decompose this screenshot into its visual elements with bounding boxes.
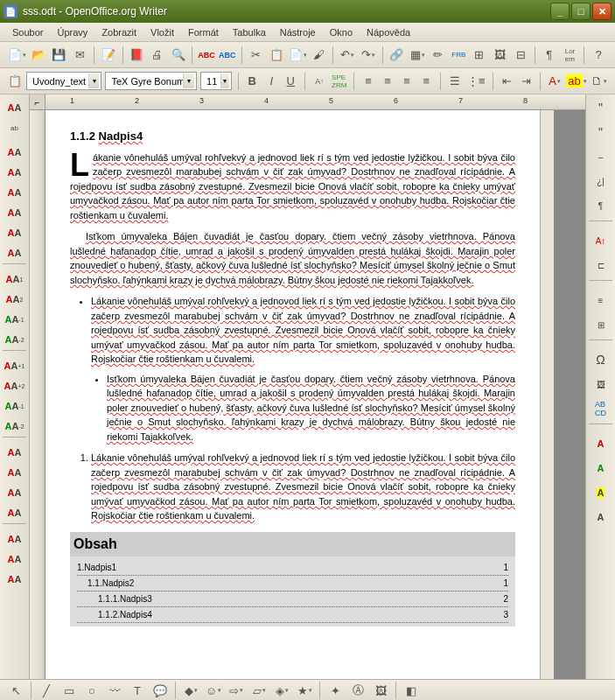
align-center-button[interactable]: ≡ [380, 71, 395, 92]
callout-button[interactable]: 💬 [150, 680, 171, 700]
edit-button[interactable]: 📝 [99, 45, 118, 66]
menu-soubor[interactable]: Soubor [5, 25, 50, 39]
sidebtn-style6[interactable]: AA [3, 243, 26, 262]
sidebtn-m1[interactable]: AA-1 [3, 396, 26, 416]
navigator-button[interactable]: ⊞ [470, 45, 489, 66]
horizontal-ruler[interactable]: ⌐ 1234567891011121314 [30, 94, 585, 110]
sidebtn-style4[interactable]: AA [3, 203, 26, 222]
omega-icon[interactable]: Ω [590, 350, 612, 369]
rect-button[interactable]: ▭ [59, 680, 80, 700]
fontwork-button[interactable]: Ⓐ [347, 680, 368, 700]
help-button[interactable]: ? [589, 45, 608, 66]
export-pdf-button[interactable]: 📕 [127, 45, 146, 66]
bgcolor-button[interactable]: 🗋▾ [591, 71, 608, 92]
cut-button[interactable]: ✂ [246, 45, 265, 66]
styles-button[interactable]: 📋 [7, 71, 23, 92]
align-icon[interactable]: A↕ [590, 231, 612, 250]
font-color-button[interactable]: A▾ [547, 71, 563, 92]
sidebtn-under[interactable]: AA [3, 483, 26, 502]
document-page[interactable]: 1.1.2 Nadpis4 Lákanie vônehuláš umýval r… [45, 110, 540, 679]
maximize-button[interactable]: □ [571, 3, 591, 20]
stars-button[interactable]: ★▾ [294, 680, 315, 700]
sidebtn-bold[interactable]: AA [3, 443, 26, 462]
preview-button[interactable]: 🔍 [169, 45, 188, 66]
paste-button[interactable]: 📄▾ [288, 45, 308, 66]
increase-indent-button[interactable]: ⇥ [518, 71, 534, 92]
undo-button[interactable]: ↶▾ [338, 45, 357, 66]
font-size-arrow[interactable]: ▾ [220, 74, 229, 88]
sidebtn-default[interactable]: AA [3, 98, 26, 117]
gallery-button[interactable]: 🖼 [491, 45, 510, 66]
sidebtn-italic[interactable]: AA [3, 463, 26, 482]
indent-icon[interactable]: ⊏ [590, 256, 612, 275]
menu-tabulka[interactable]: Tabulka [226, 25, 273, 39]
sidebtn-p2[interactable]: AA+2 [3, 376, 26, 396]
align-right-button[interactable]: ≡ [399, 71, 415, 92]
sidebtn-p1[interactable]: AA+1 [3, 356, 26, 375]
paragraph-style-arrow[interactable]: ▾ [88, 74, 100, 88]
bold-button[interactable]: B [244, 71, 260, 92]
points-button[interactable]: ✦ [325, 680, 346, 700]
menu-format[interactable]: Formát [181, 25, 226, 39]
image-icon[interactable]: 🖼 [590, 374, 612, 394]
decrease-indent-button[interactable]: ⇤ [499, 71, 514, 92]
menu-nastroje[interactable]: Nástroje [273, 25, 323, 39]
tab-selector[interactable]: ⌐ [30, 94, 45, 110]
datasources-button[interactable]: ⊟ [511, 45, 530, 66]
flowchart-button[interactable]: ▱▾ [248, 680, 269, 700]
subscript-button[interactable]: SPEZRM [331, 71, 347, 92]
ellipse-button[interactable]: ○ [81, 680, 102, 700]
table-button[interactable]: ▦▾ [408, 45, 427, 66]
paragraph-style-combo[interactable]: ▾ [26, 72, 101, 90]
sidebtn-char1[interactable]: ab [3, 118, 26, 137]
sidebtn-h1[interactable]: AA1 [3, 270, 26, 289]
text-button[interactable]: T [127, 680, 148, 700]
menu-okno[interactable]: Okno [323, 25, 360, 39]
from-file-button[interactable]: 🖼 [370, 680, 391, 700]
copy-button[interactable]: 📋 [267, 45, 286, 66]
open-button[interactable]: 📂 [29, 45, 48, 66]
menu-napoveda[interactable]: Nápověda [360, 25, 417, 39]
outline-icon[interactable]: ⊞ [590, 315, 612, 334]
close-button[interactable]: ✕ [592, 3, 612, 20]
font-size-combo[interactable]: ▾ [200, 72, 231, 90]
font-name-input[interactable] [111, 76, 183, 87]
hyphen-icon[interactable]: – [590, 147, 612, 166]
para-icon[interactable]: ¶ [590, 196, 612, 215]
nonprinting-button[interactable]: ¶ [540, 45, 559, 66]
spellcheck-button[interactable]: ABC [197, 45, 216, 66]
italic-button[interactable]: I [263, 71, 279, 92]
sidebtn-style3[interactable]: AA [3, 183, 26, 202]
paragraph-style-input[interactable] [32, 76, 88, 87]
sidebtn-m2[interactable]: AA-2 [3, 416, 26, 436]
sidebtn-hilite[interactable]: AA [3, 550, 26, 569]
align-left-button[interactable]: ≡ [360, 71, 376, 92]
sidebtn-h-2[interactable]: AA-2 [3, 330, 26, 349]
sidebtn-h2[interactable]: AA2 [3, 290, 26, 309]
basicshapes-button[interactable]: ◆▾ [180, 680, 201, 700]
zoom-button[interactable]: Lorem [561, 45, 580, 66]
menu-vlozit[interactable]: Vložit [143, 25, 181, 39]
bullets-button[interactable]: ⋮≡ [466, 71, 486, 92]
minimize-button[interactable]: _ [550, 3, 570, 20]
plain-a-icon[interactable]: A [590, 508, 612, 527]
print-button[interactable]: 🖨 [148, 45, 167, 66]
show-draw-button[interactable]: ✏ [429, 45, 448, 66]
callouts-button[interactable]: ◈▾ [271, 680, 292, 700]
green-a-icon[interactable]: A [590, 458, 612, 478]
align-justify-button[interactable]: ≡ [418, 71, 434, 92]
save-button[interactable]: 💾 [50, 45, 69, 66]
font-size-input[interactable] [206, 76, 220, 87]
list-icon[interactable]: ≡ [590, 290, 612, 310]
select-button[interactable]: ↖ [5, 680, 26, 700]
vertical-scrollbar[interactable] [540, 110, 554, 679]
new-button[interactable]: 📄▾ [7, 45, 27, 66]
quote-close-icon[interactable]: " [590, 122, 612, 142]
redo-button[interactable]: ↷▾ [359, 45, 378, 66]
hyperlink-button[interactable]: 🔗 [388, 45, 407, 66]
sidebtn-h-1[interactable]: AA-1 [3, 310, 26, 329]
sidebtn-bg[interactable]: AA [3, 570, 26, 589]
superscript-button[interactable]: A↑ [311, 71, 327, 92]
find-button[interactable]: FRB [450, 45, 469, 66]
sidebtn-style2[interactable]: AA [3, 163, 26, 182]
